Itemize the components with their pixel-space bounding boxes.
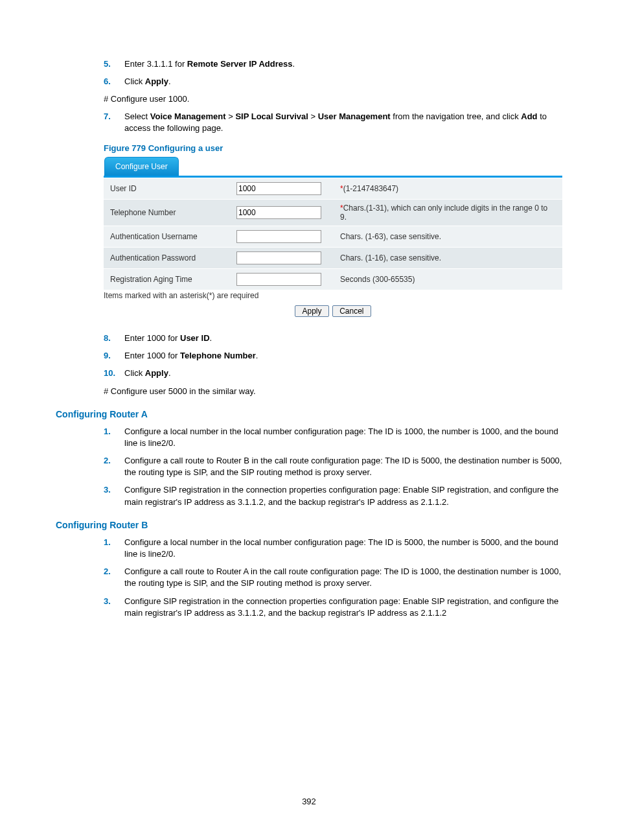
aging-time-input[interactable]: [236, 273, 321, 286]
router-a-step-2: 2. Configure a call route to Router B in…: [56, 455, 562, 478]
comment-line: # Configure user 1000.: [104, 93, 562, 105]
step-number: 2.: [104, 455, 124, 478]
required-note: Items marked with an asterisk(*) are req…: [104, 291, 562, 300]
tab-header: Configure User: [104, 157, 562, 178]
bold: User Management: [318, 111, 391, 121]
step-number: 3.: [104, 596, 124, 619]
button-row: Apply Cancel: [104, 305, 562, 317]
tab-configure-user[interactable]: Configure User: [104, 157, 179, 176]
step-body: Enter 1000 for User ID.: [124, 332, 562, 344]
row-user-id: User ID *(1-2147483647): [104, 178, 562, 199]
text: .: [168, 368, 171, 378]
router-a-step-1: 1. Configure a local number in the local…: [56, 426, 562, 449]
telephone-number-input[interactable]: [236, 206, 321, 219]
step-body: Configure SIP registration in the connec…: [124, 484, 562, 508]
step-number: 6.: [104, 76, 124, 88]
text: .: [210, 333, 212, 343]
step-10: 10. Click Apply.: [56, 368, 562, 379]
step-body: Select Voice Management > SIP Local Surv…: [124, 111, 562, 134]
step-6: 6. Click Apply.: [56, 76, 562, 88]
hint: (1-2147483647): [343, 184, 398, 193]
step-body: Configure a local number in the local nu…: [124, 426, 562, 449]
heading-router-a: Configuring Router A: [56, 409, 562, 419]
user-id-input[interactable]: [236, 182, 321, 195]
configure-user-panel: Configure User User ID *(1-2147483647) T…: [104, 157, 562, 317]
step-number: 10.: [104, 368, 124, 379]
bold: Telephone Number: [180, 351, 256, 360]
step-body: Click Apply.: [124, 368, 562, 379]
cancel-button[interactable]: Cancel: [332, 305, 371, 317]
label: Registration Aging Time: [104, 268, 230, 290]
text: >: [308, 111, 318, 121]
page-number: 392: [0, 797, 618, 806]
comment-line: # Configure user 5000 in the similar way…: [104, 386, 562, 397]
step-5: 5. Enter 3.1.1.1 for Remote Server IP Ad…: [56, 58, 562, 70]
bold: User ID: [180, 333, 210, 343]
text: >: [226, 111, 236, 121]
heading-router-b: Configuring Router B: [56, 520, 562, 530]
router-b-step-3: 3. Configure SIP registration in the con…: [56, 596, 562, 619]
text: Click: [124, 368, 145, 378]
step-number: 3.: [104, 484, 124, 508]
router-a-step-3: 3. Configure SIP registration in the con…: [56, 484, 562, 508]
figure-caption: Figure 779 Configuring a user: [104, 143, 562, 153]
bold: SIP Local Survival: [235, 111, 308, 121]
auth-username-input[interactable]: [236, 230, 321, 243]
form-table: User ID *(1-2147483647) Telephone Number…: [104, 178, 562, 290]
bold: Remote Server IP Address: [187, 59, 293, 69]
row-telephone-number: Telephone Number *Chars.(1-31), which ca…: [104, 199, 562, 226]
label: User ID: [104, 178, 230, 199]
step-body: Click Apply.: [124, 76, 562, 88]
step-body: Enter 1000 for Telephone Number.: [124, 350, 562, 362]
step-number: 1.: [104, 426, 124, 449]
hint: Chars.(1-31), which can only include dig…: [340, 204, 547, 222]
step-number: 5.: [104, 58, 124, 70]
label: Authentication Password: [104, 247, 230, 268]
apply-button[interactable]: Apply: [295, 305, 328, 317]
step-8: 8. Enter 1000 for User ID.: [56, 332, 562, 344]
step-body: Configure a call route to Router B in th…: [124, 455, 562, 478]
step-number: 7.: [104, 111, 124, 134]
router-b-step-1: 1. Configure a local number in the local…: [56, 537, 562, 560]
step-body: Configure a call route to Router A in th…: [124, 566, 562, 589]
row-auth-password: Authentication Password Chars. (1-16), c…: [104, 247, 562, 268]
hint: Seconds (300-65535): [340, 275, 415, 284]
row-aging-time: Registration Aging Time Seconds (300-655…: [104, 268, 562, 290]
text: .: [256, 351, 258, 360]
step-body: Enter 3.1.1.1 for Remote Server IP Addre…: [124, 58, 562, 70]
text: Select: [124, 111, 150, 121]
text: .: [168, 76, 171, 86]
text: Enter 3.1.1.1 for: [124, 59, 187, 69]
text: Click: [124, 76, 145, 86]
auth-password-input[interactable]: [236, 251, 321, 264]
label: Telephone Number: [104, 199, 230, 226]
step-7: 7. Select Voice Management > SIP Local S…: [56, 111, 562, 134]
text: Enter 1000 for: [124, 333, 180, 343]
bold: Apply: [145, 368, 168, 378]
text: .: [292, 59, 295, 69]
bold: Add: [521, 111, 537, 121]
row-auth-username: Authentication Username Chars. (1-63), c…: [104, 226, 562, 247]
step-9: 9. Enter 1000 for Telephone Number.: [56, 350, 562, 362]
step-body: Configure a local number in the local nu…: [124, 537, 562, 560]
step-number: 8.: [104, 332, 124, 344]
step-number: 9.: [104, 350, 124, 362]
bold: Apply: [145, 76, 168, 86]
text: Enter 1000 for: [124, 351, 180, 360]
text: from the navigation tree, and click: [391, 111, 521, 121]
label: Authentication Username: [104, 226, 230, 247]
step-number: 1.: [104, 537, 124, 560]
hint: Chars. (1-63), case sensitive.: [340, 232, 441, 241]
step-number: 2.: [104, 566, 124, 589]
bold: Voice Management: [150, 111, 226, 121]
hint: Chars. (1-16), case sensitive.: [340, 253, 441, 262]
router-b-step-2: 2. Configure a call route to Router A in…: [56, 566, 562, 589]
step-body: Configure SIP registration in the connec…: [124, 596, 562, 619]
